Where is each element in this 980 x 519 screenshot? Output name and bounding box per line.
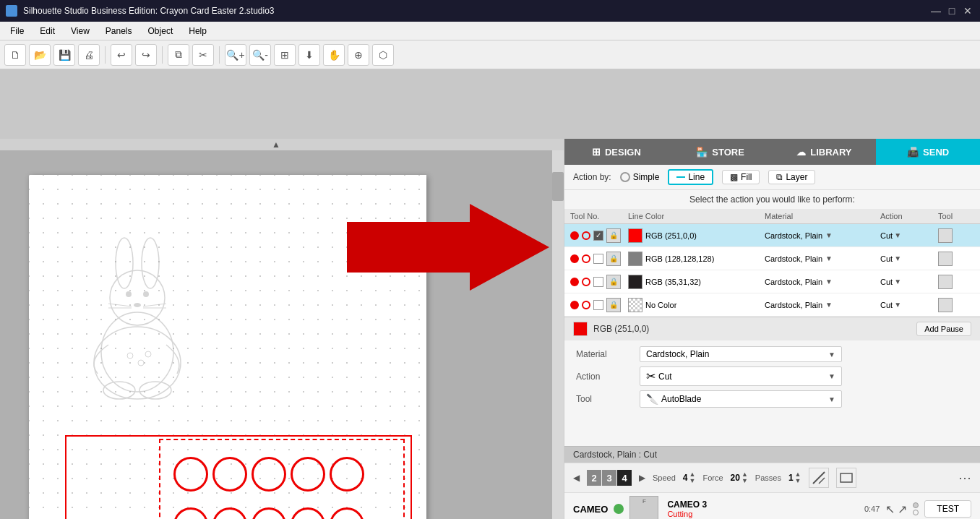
- row1-material-arrow[interactable]: ▼: [825, 231, 833, 239]
- send-icon: 📠: [907, 147, 919, 158]
- nav-send-btn[interactable]: 📠 SEND: [876, 139, 980, 165]
- digit-4: 4: [617, 470, 632, 486]
- add-button[interactable]: ⊕: [348, 44, 369, 66]
- nav-store-btn[interactable]: 🏪 STORE: [669, 139, 773, 165]
- menu-file[interactable]: File: [3, 24, 31, 38]
- action-by-row: Action by: Simple Line ▩ Fill ⧉ Layer: [564, 165, 980, 190]
- row1-checkbox[interactable]: ✓: [593, 231, 603, 241]
- table-row[interactable]: 🔒 No Color Cardstock, Plain ▼ Cut ▼: [564, 293, 980, 317]
- pan-button[interactable]: ✋: [323, 44, 345, 66]
- test-button[interactable]: TEST: [924, 500, 971, 518]
- menu-panels[interactable]: Panels: [98, 24, 139, 38]
- material-dropdown[interactable]: Cardstock, Plain ▼: [640, 346, 842, 362]
- simple-radio-option[interactable]: Simple: [620, 172, 660, 182]
- row2-col3[interactable]: Cardstock, Plain ▼: [765, 254, 880, 263]
- tool-dropdown[interactable]: 🔪 AutoBlade ▼: [640, 390, 842, 408]
- row2-color-swatch: [628, 252, 642, 266]
- cameo-nav-right[interactable]: ↗: [898, 502, 907, 516]
- cut-circle-9: [291, 507, 325, 519]
- menu-edit[interactable]: Edit: [33, 24, 62, 38]
- canvas-scrollbar-v[interactable]: [552, 150, 564, 519]
- copy-button[interactable]: ⧉: [168, 44, 189, 66]
- row4-checkbox[interactable]: [593, 300, 603, 310]
- maximize-button[interactable]: □: [945, 4, 958, 17]
- undo-button[interactable]: ↩: [111, 44, 132, 66]
- canvas-area[interactable]: ▲: [0, 139, 564, 519]
- force-arrows[interactable]: ▲ ▼: [742, 471, 748, 484]
- row4-radio-2[interactable]: [582, 301, 590, 309]
- zoom-out-button[interactable]: 🔍-: [249, 44, 271, 66]
- new-button[interactable]: 🗋: [4, 44, 26, 66]
- redo-button[interactable]: ↪: [135, 44, 157, 66]
- cameo-time: 0:47: [864, 505, 880, 513]
- row4-radio-1[interactable]: [570, 301, 579, 309]
- row3-action-arrow[interactable]: ▼: [894, 278, 901, 286]
- row4-material-arrow[interactable]: ▼: [825, 301, 833, 309]
- nav-design-btn[interactable]: ⊞ DESIGN: [564, 139, 669, 165]
- speed-left-arrow[interactable]: ◀: [573, 473, 580, 483]
- row3-checkbox[interactable]: [593, 277, 603, 287]
- action-dropdown[interactable]: ✂ Cut ▼: [640, 366, 842, 386]
- row1-radio-2[interactable]: [582, 231, 590, 240]
- row3-col4[interactable]: Cut ▼: [880, 278, 938, 286]
- menu-help[interactable]: Help: [181, 24, 214, 38]
- force-down-arrow[interactable]: ▼: [742, 478, 748, 484]
- open-button[interactable]: 📂: [29, 44, 51, 66]
- fill-button[interactable]: ▩ Fill: [722, 170, 760, 184]
- menu-bar: File Edit View Panels Object Help: [0, 22, 980, 40]
- more-options-button[interactable]: ⋯: [958, 470, 971, 486]
- row3-radio-1[interactable]: [570, 278, 579, 286]
- row4-col4[interactable]: Cut ▼: [880, 301, 938, 309]
- row3-col3[interactable]: Cardstock, Plain ▼: [765, 278, 880, 286]
- simple-radio[interactable]: [620, 172, 630, 182]
- speed-down-arrow[interactable]: ▼: [689, 478, 696, 484]
- row2-checkbox[interactable]: [593, 254, 603, 264]
- zoom-in-button[interactable]: 🔍+: [225, 44, 246, 66]
- svg-point-2: [110, 270, 165, 325]
- table-row[interactable]: ✓ 🔒 RGB (251,0,0) Cardstock, Plain ▼ Cut…: [564, 224, 980, 247]
- trace-button[interactable]: ⬡: [372, 44, 394, 66]
- save-button[interactable]: 💾: [53, 44, 75, 66]
- row2-radio-1[interactable]: [570, 254, 579, 263]
- add-pause-button[interactable]: Add Pause: [916, 322, 971, 336]
- digit-2: 2: [587, 470, 601, 486]
- canvas-corner-btn[interactable]: [552, 139, 564, 150]
- row2-material-arrow[interactable]: ▼: [825, 254, 833, 262]
- nav-library-btn[interactable]: ☁ LIBRARY: [773, 139, 877, 165]
- speed-right-arrow[interactable]: ▶: [639, 473, 645, 483]
- row1-action-arrow[interactable]: ▼: [894, 231, 901, 239]
- print-button[interactable]: 🖨: [78, 44, 100, 66]
- row4-col3[interactable]: Cardstock, Plain ▼: [765, 301, 880, 309]
- row1-col3[interactable]: Cardstock, Plain ▼: [765, 231, 880, 240]
- row1-col4[interactable]: Cut ▼: [880, 231, 938, 240]
- cut-button[interactable]: ✂: [192, 44, 214, 66]
- menu-object[interactable]: Object: [141, 24, 181, 38]
- row3-material-arrow[interactable]: ▼: [825, 278, 833, 286]
- tool-dropdown-arrow[interactable]: ▼: [828, 395, 835, 403]
- row2-col4[interactable]: Cut ▼: [880, 254, 938, 263]
- zoom-fit-button[interactable]: ⊞: [274, 44, 296, 66]
- minimize-button[interactable]: —: [929, 4, 942, 17]
- row3-radio-2[interactable]: [582, 278, 590, 286]
- cameo-nav-left[interactable]: ↖: [885, 502, 895, 516]
- passes-down-arrow[interactable]: ▼: [795, 478, 801, 484]
- canvas-up-arrow[interactable]: ▲: [272, 140, 280, 150]
- row4-action-arrow[interactable]: ▼: [894, 301, 901, 309]
- move-down-button[interactable]: ⬇: [298, 44, 320, 66]
- table-row[interactable]: 🔒 RGB (128,128,128) Cardstock, Plain ▼ C…: [564, 247, 980, 270]
- layer-button[interactable]: ⧉ Layer: [768, 170, 815, 184]
- material-dropdown-arrow[interactable]: ▼: [828, 351, 835, 359]
- row2-radio-2[interactable]: [582, 254, 590, 263]
- row2-action-arrow[interactable]: ▼: [894, 254, 901, 262]
- canvas-scroll-thumb-v[interactable]: [552, 172, 564, 201]
- action-dropdown-arrow[interactable]: ▼: [828, 372, 835, 380]
- passes-arrows[interactable]: ▲ ▼: [795, 471, 801, 484]
- menu-view[interactable]: View: [64, 24, 97, 38]
- table-row[interactable]: 🔒 RGB (35,31,32) Cardstock, Plain ▼ Cut …: [564, 270, 980, 293]
- canvas-top-scrollbar[interactable]: ▲: [0, 139, 552, 150]
- line-button[interactable]: Line: [668, 169, 713, 185]
- close-button[interactable]: ✕: [961, 4, 974, 17]
- cut-circle-2: [212, 457, 247, 492]
- speed-arrows[interactable]: ▲ ▼: [689, 471, 696, 484]
- row1-radio-1[interactable]: [570, 231, 579, 240]
